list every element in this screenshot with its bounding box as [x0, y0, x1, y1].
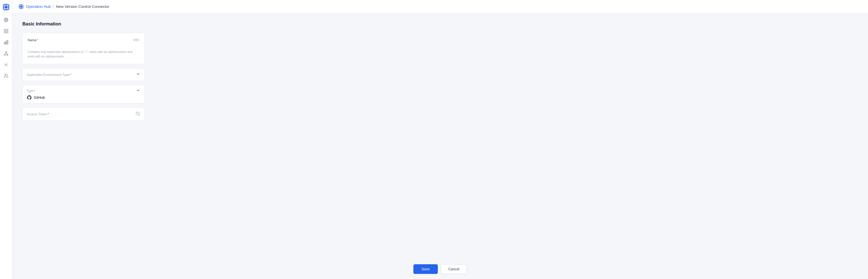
- type-required-star: *: [34, 89, 35, 93]
- header-logo: [18, 4, 24, 9]
- svg-rect-10: [4, 42, 5, 44]
- char-count: 0/63: [133, 38, 139, 42]
- svg-point-21: [19, 4, 24, 9]
- sidebar: [0, 0, 12, 279]
- github-icon: [27, 95, 32, 100]
- svg-point-0: [3, 4, 10, 11]
- header: Operation Hub / New Version Control Conn…: [12, 0, 868, 13]
- nav-network-icon[interactable]: [2, 49, 11, 58]
- svg-point-13: [6, 52, 6, 52]
- env-type-required-star: *: [70, 73, 71, 77]
- type-chevron-icon[interactable]: [136, 88, 140, 93]
- svg-rect-7: [6, 29, 8, 31]
- svg-line-16: [5, 52, 6, 54]
- name-field-card: Name * 0/63 Contains only lowercase alph…: [22, 33, 145, 64]
- breadcrumb-current: New Version Control Connector: [56, 4, 110, 9]
- cancel-button[interactable]: Cancel: [441, 264, 467, 274]
- name-field-wrapper: Name * 0/63 Contains only lowercase alph…: [28, 38, 139, 59]
- svg-point-15: [7, 54, 8, 55]
- type-label: Type *: [27, 89, 35, 93]
- section-title: Basic Information: [22, 21, 858, 27]
- svg-rect-8: [4, 32, 6, 33]
- type-value-row: GitHub: [27, 95, 140, 100]
- form-footer: Save Cancel: [12, 259, 868, 279]
- env-type-label: Applicable Environment Type *: [27, 73, 71, 77]
- save-button[interactable]: Save: [413, 264, 438, 274]
- name-input[interactable]: [28, 43, 139, 48]
- page-content: Basic Information Name * 0/63 Contains o…: [12, 13, 868, 259]
- nav-grid-icon[interactable]: [2, 26, 11, 36]
- svg-point-20: [5, 74, 6, 75]
- access-token-card: Access Token *: [22, 107, 145, 121]
- type-label-row: Type *: [27, 88, 140, 93]
- name-hint: Contains only lowercase alphanumeric or …: [28, 50, 139, 59]
- env-type-dropdown[interactable]: Applicable Environment Type *: [22, 68, 145, 81]
- nav-settings-icon[interactable]: [2, 60, 11, 69]
- access-token-required-star: *: [48, 112, 49, 116]
- breadcrumb-link[interactable]: Operation Hub: [26, 4, 51, 9]
- svg-rect-6: [4, 29, 6, 31]
- svg-rect-12: [7, 40, 8, 44]
- main-content: Operation Hub / New Version Control Conn…: [12, 0, 868, 279]
- env-type-chevron-icon: [136, 72, 140, 77]
- name-required-star: *: [37, 38, 38, 42]
- svg-rect-9: [6, 32, 8, 33]
- svg-point-14: [4, 54, 5, 55]
- svg-point-19: [5, 64, 7, 65]
- app-logo[interactable]: [2, 3, 10, 11]
- svg-rect-11: [6, 41, 6, 44]
- access-token-label: Access Token *: [27, 112, 49, 116]
- type-field-card: Type * GitHub: [22, 85, 145, 103]
- name-label: Name *: [28, 38, 139, 42]
- svg-line-17: [6, 52, 8, 54]
- nav-users-icon[interactable]: [2, 71, 11, 80]
- nav-chart-icon[interactable]: [2, 38, 11, 47]
- type-value: GitHub: [34, 95, 45, 100]
- eye-slash-icon[interactable]: [135, 111, 140, 117]
- nav-globe-icon[interactable]: [2, 15, 11, 24]
- breadcrumb-separator: /: [53, 4, 54, 9]
